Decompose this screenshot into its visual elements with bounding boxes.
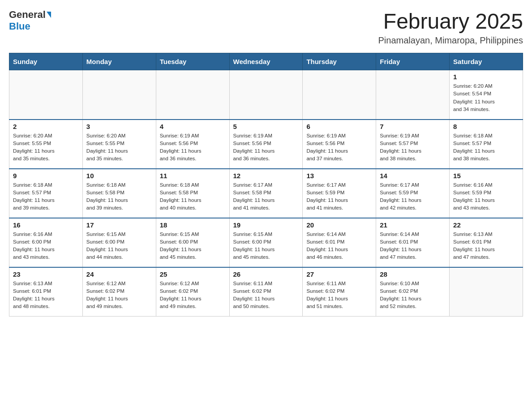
day-number: 3 (86, 123, 152, 130)
calendar-cell: 6Sunrise: 6:19 AM Sunset: 5:56 PM Daylig… (303, 120, 376, 169)
day-number: 11 (160, 172, 226, 180)
calendar-cell: 8Sunrise: 6:18 AM Sunset: 5:57 PM Daylig… (450, 120, 523, 169)
day-number: 23 (13, 270, 79, 278)
calendar-cell: 25Sunrise: 6:12 AM Sunset: 6:02 PM Dayli… (156, 267, 229, 317)
calendar-cell (229, 70, 303, 120)
calendar-cell: 9Sunrise: 6:18 AM Sunset: 5:57 PM Daylig… (9, 169, 83, 218)
calendar-cell: 2Sunrise: 6:20 AM Sunset: 5:55 PM Daylig… (9, 120, 83, 169)
calendar-cell: 14Sunrise: 6:17 AM Sunset: 5:59 PM Dayli… (376, 169, 450, 218)
day-number: 14 (380, 172, 446, 180)
logo-arrow-icon (47, 12, 51, 18)
day-info: Sunrise: 6:13 AM Sunset: 6:01 PM Dayligh… (453, 231, 519, 261)
calendar-header-thursday: Thursday (303, 53, 376, 70)
logo: General Blue (9, 9, 51, 32)
calendar-header-friday: Friday (376, 53, 450, 70)
day-info: Sunrise: 6:12 AM Sunset: 6:02 PM Dayligh… (160, 280, 226, 311)
day-info: Sunrise: 6:19 AM Sunset: 5:57 PM Dayligh… (380, 132, 446, 163)
day-number: 27 (306, 270, 372, 278)
day-number: 15 (453, 172, 519, 180)
calendar-cell: 22Sunrise: 6:13 AM Sunset: 6:01 PM Dayli… (450, 218, 523, 267)
day-number: 17 (86, 221, 152, 229)
day-number: 22 (453, 221, 519, 229)
calendar-week-row-2: 2Sunrise: 6:20 AM Sunset: 5:55 PM Daylig… (9, 120, 523, 169)
day-info: Sunrise: 6:17 AM Sunset: 5:59 PM Dayligh… (306, 181, 372, 212)
day-number: 25 (160, 270, 226, 278)
calendar-cell (156, 70, 229, 120)
calendar-cell: 10Sunrise: 6:18 AM Sunset: 5:58 PM Dayli… (82, 169, 156, 218)
logo-blue-text: Blue (9, 21, 30, 32)
calendar-header-wednesday: Wednesday (229, 53, 303, 70)
day-info: Sunrise: 6:18 AM Sunset: 5:58 PM Dayligh… (86, 181, 152, 212)
calendar-cell: 5Sunrise: 6:19 AM Sunset: 5:56 PM Daylig… (229, 120, 303, 169)
day-number: 12 (233, 172, 299, 180)
calendar-cell: 24Sunrise: 6:12 AM Sunset: 6:02 PM Dayli… (82, 267, 156, 317)
day-number: 18 (160, 221, 226, 229)
calendar-cell: 3Sunrise: 6:20 AM Sunset: 5:55 PM Daylig… (82, 120, 156, 169)
calendar-week-row-4: 16Sunrise: 6:16 AM Sunset: 6:00 PM Dayli… (9, 218, 523, 267)
day-number: 26 (233, 270, 299, 278)
calendar-header-saturday: Saturday (450, 53, 523, 70)
day-number: 28 (380, 270, 446, 278)
calendar-cell (303, 70, 376, 120)
day-number: 4 (160, 123, 226, 130)
calendar-week-row-3: 9Sunrise: 6:18 AM Sunset: 5:57 PM Daylig… (9, 169, 523, 218)
calendar-cell: 18Sunrise: 6:15 AM Sunset: 6:00 PM Dayli… (156, 218, 229, 267)
day-info: Sunrise: 6:18 AM Sunset: 5:57 PM Dayligh… (13, 181, 79, 212)
calendar-cell: 21Sunrise: 6:14 AM Sunset: 6:01 PM Dayli… (376, 218, 450, 267)
calendar-cell (450, 267, 523, 317)
calendar-cell (376, 70, 450, 120)
day-info: Sunrise: 6:17 AM Sunset: 5:59 PM Dayligh… (380, 181, 446, 212)
day-info: Sunrise: 6:11 AM Sunset: 6:02 PM Dayligh… (233, 280, 299, 311)
subtitle: Pinamalayan, Mimaropa, Philippines (378, 35, 523, 46)
calendar-header-tuesday: Tuesday (156, 53, 229, 70)
day-number: 8 (453, 123, 519, 130)
day-info: Sunrise: 6:15 AM Sunset: 6:00 PM Dayligh… (86, 231, 152, 261)
calendar-week-row-5: 23Sunrise: 6:13 AM Sunset: 6:01 PM Dayli… (9, 267, 523, 317)
calendar-cell: 15Sunrise: 6:16 AM Sunset: 5:59 PM Dayli… (450, 169, 523, 218)
day-info: Sunrise: 6:20 AM Sunset: 5:55 PM Dayligh… (86, 132, 152, 163)
day-info: Sunrise: 6:16 AM Sunset: 6:00 PM Dayligh… (13, 231, 79, 261)
day-info: Sunrise: 6:12 AM Sunset: 6:02 PM Dayligh… (86, 280, 152, 311)
day-info: Sunrise: 6:11 AM Sunset: 6:02 PM Dayligh… (306, 280, 372, 311)
calendar-cell (82, 70, 156, 120)
calendar-cell: 13Sunrise: 6:17 AM Sunset: 5:59 PM Dayli… (303, 169, 376, 218)
logo-general-text: General (9, 9, 46, 21)
calendar-cell: 26Sunrise: 6:11 AM Sunset: 6:02 PM Dayli… (229, 267, 303, 317)
calendar-table: SundayMondayTuesdayWednesdayThursdayFrid… (9, 53, 523, 317)
day-info: Sunrise: 6:16 AM Sunset: 5:59 PM Dayligh… (453, 181, 519, 212)
day-info: Sunrise: 6:13 AM Sunset: 6:01 PM Dayligh… (13, 280, 79, 311)
day-number: 2 (13, 123, 79, 130)
calendar-cell (9, 70, 83, 120)
calendar-cell: 17Sunrise: 6:15 AM Sunset: 6:00 PM Dayli… (82, 218, 156, 267)
calendar-cell: 27Sunrise: 6:11 AM Sunset: 6:02 PM Dayli… (303, 267, 376, 317)
title-block: February 2025 Pinamalayan, Mimaropa, Phi… (378, 9, 523, 46)
day-info: Sunrise: 6:14 AM Sunset: 6:01 PM Dayligh… (380, 231, 446, 261)
calendar-cell: 1Sunrise: 6:20 AM Sunset: 5:54 PM Daylig… (450, 70, 523, 120)
day-info: Sunrise: 6:17 AM Sunset: 5:58 PM Dayligh… (233, 181, 299, 212)
main-title: February 2025 (378, 9, 523, 34)
day-number: 10 (86, 172, 152, 180)
calendar-cell: 20Sunrise: 6:14 AM Sunset: 6:01 PM Dayli… (303, 218, 376, 267)
calendar-cell: 7Sunrise: 6:19 AM Sunset: 5:57 PM Daylig… (376, 120, 450, 169)
calendar-cell: 23Sunrise: 6:13 AM Sunset: 6:01 PM Dayli… (9, 267, 83, 317)
calendar-cell: 11Sunrise: 6:18 AM Sunset: 5:58 PM Dayli… (156, 169, 229, 218)
day-info: Sunrise: 6:19 AM Sunset: 5:56 PM Dayligh… (306, 132, 372, 163)
calendar-header-monday: Monday (82, 53, 156, 70)
day-number: 7 (380, 123, 446, 130)
day-info: Sunrise: 6:18 AM Sunset: 5:58 PM Dayligh… (160, 181, 226, 212)
calendar-header-row: SundayMondayTuesdayWednesdayThursdayFrid… (9, 53, 523, 70)
day-info: Sunrise: 6:15 AM Sunset: 6:00 PM Dayligh… (160, 231, 226, 261)
day-info: Sunrise: 6:14 AM Sunset: 6:01 PM Dayligh… (306, 231, 372, 261)
day-number: 21 (380, 221, 446, 229)
day-info: Sunrise: 6:19 AM Sunset: 5:56 PM Dayligh… (160, 132, 226, 163)
day-info: Sunrise: 6:20 AM Sunset: 5:54 PM Dayligh… (453, 82, 519, 113)
day-info: Sunrise: 6:20 AM Sunset: 5:55 PM Dayligh… (13, 132, 79, 163)
day-number: 5 (233, 123, 299, 130)
day-number: 20 (306, 221, 372, 229)
calendar-cell: 16Sunrise: 6:16 AM Sunset: 6:00 PM Dayli… (9, 218, 83, 267)
day-info: Sunrise: 6:10 AM Sunset: 6:02 PM Dayligh… (380, 280, 446, 311)
day-number: 1 (453, 73, 519, 81)
calendar-cell: 28Sunrise: 6:10 AM Sunset: 6:02 PM Dayli… (376, 267, 450, 317)
day-info: Sunrise: 6:18 AM Sunset: 5:57 PM Dayligh… (453, 132, 519, 163)
day-number: 19 (233, 221, 299, 229)
